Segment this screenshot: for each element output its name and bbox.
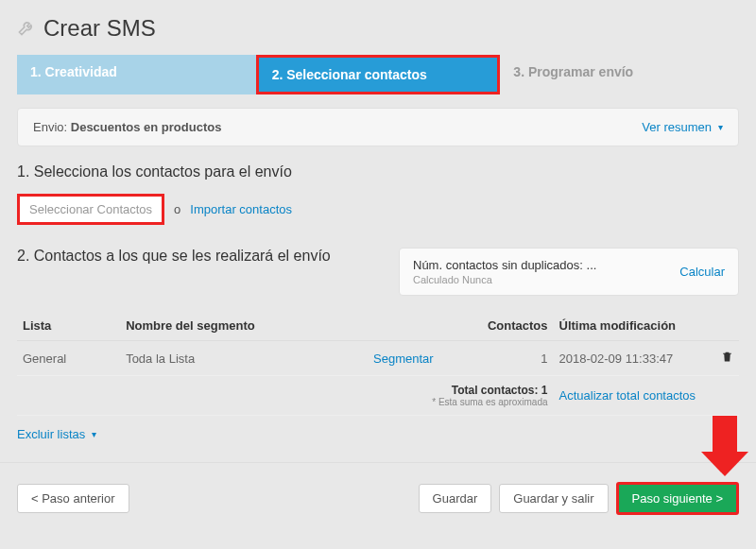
envio-panel: Envio: Descuentos en productos Ver resum… bbox=[17, 108, 739, 146]
ver-resumen-link[interactable]: Ver resumen bbox=[642, 120, 723, 134]
col-nombre-header: Nombre del segmento bbox=[120, 311, 368, 341]
step-seleccionar-contactos[interactable]: 2. Seleccionar contactos bbox=[256, 55, 501, 94]
row-contactos: 1 bbox=[471, 341, 553, 376]
wizard-steps: 1. Creatividad 2. Seleccionar contactos … bbox=[17, 55, 739, 94]
col-contactos-header: Contactos bbox=[471, 311, 553, 341]
calc-sub: Calculado Nunca bbox=[413, 274, 596, 285]
seleccionar-contactos-button[interactable]: Seleccionar Contactos bbox=[17, 194, 164, 225]
importar-contactos-link[interactable]: Importar contactos bbox=[190, 202, 292, 216]
table-row: General Toda la Lista Segmentar 1 2018-0… bbox=[17, 341, 739, 376]
section1-title: 1. Selecciona los contactos para el enví… bbox=[17, 163, 739, 180]
paso-siguiente-button[interactable]: Paso siguiente > bbox=[616, 482, 739, 515]
guardar-salir-button[interactable]: Guardar y salir bbox=[499, 484, 608, 513]
col-modificacion-header: Última modificación bbox=[554, 311, 709, 341]
calcular-link[interactable]: Calcular bbox=[679, 265, 725, 279]
trash-icon[interactable] bbox=[721, 352, 733, 366]
section2-title: 2. Contactos a los que se les realizará … bbox=[17, 248, 331, 265]
page-title-text: Crear SMS bbox=[43, 15, 156, 42]
paso-anterior-button[interactable]: < Paso anterior bbox=[17, 484, 129, 513]
duplicates-calc-box: Núm. contactos sin duplicados: ... Calcu… bbox=[399, 248, 739, 296]
or-separator: o bbox=[174, 202, 180, 216]
actualizar-total-link[interactable]: Actualizar total contactos bbox=[559, 388, 696, 403]
segmentar-link[interactable]: Segmentar bbox=[373, 352, 434, 366]
excluir-listas-link[interactable]: Excluir listas bbox=[17, 427, 96, 441]
step-programar-envio[interactable]: 3. Programar envío bbox=[500, 55, 739, 94]
step-creatividad[interactable]: 1. Creatividad bbox=[17, 55, 256, 94]
row-lista: General bbox=[17, 341, 120, 376]
col-lista-header: Lista bbox=[17, 311, 120, 341]
row-fecha: 2018-02-09 11:33:47 bbox=[554, 341, 709, 376]
page-title: Crear SMS bbox=[17, 15, 739, 42]
total-contactos-cell: Total contactos: 1 * Esta suma es aproxi… bbox=[17, 376, 554, 416]
footer: < Paso anterior Guardar Guardar y salir … bbox=[0, 462, 756, 534]
envio-label: Envio: Descuentos en productos bbox=[33, 120, 221, 134]
row-nombre: Toda la Lista bbox=[120, 341, 368, 376]
calc-label: Núm. contactos sin duplicados: ... bbox=[413, 258, 596, 272]
wrench-icon bbox=[17, 18, 36, 40]
guardar-button[interactable]: Guardar bbox=[419, 484, 492, 513]
contacts-table: Lista Nombre del segmento Contactos Últi… bbox=[17, 311, 739, 416]
